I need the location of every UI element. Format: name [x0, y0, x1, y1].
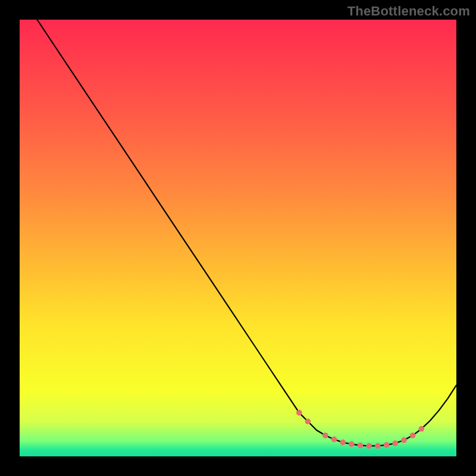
- marker-dot: [419, 426, 425, 432]
- marker-dot: [375, 443, 381, 449]
- marker-dot: [340, 440, 346, 446]
- chart-svg: [20, 20, 456, 456]
- marker-dot: [322, 433, 328, 439]
- marker-dot: [296, 410, 302, 416]
- marker-dot: [305, 419, 311, 425]
- marker-dot: [349, 441, 355, 447]
- marker-dot: [358, 443, 364, 449]
- chart-container: TheBottleneck.com: [0, 0, 476, 476]
- marker-dot: [366, 443, 372, 449]
- marker-dot: [410, 433, 416, 439]
- marker-dot: [331, 437, 337, 443]
- marker-dot: [401, 437, 407, 443]
- watermark-text: TheBottleneck.com: [347, 4, 470, 19]
- marker-dot: [392, 440, 398, 446]
- marker-dot: [384, 442, 390, 448]
- plot-area: [20, 20, 456, 456]
- gradient-background: [20, 20, 456, 456]
